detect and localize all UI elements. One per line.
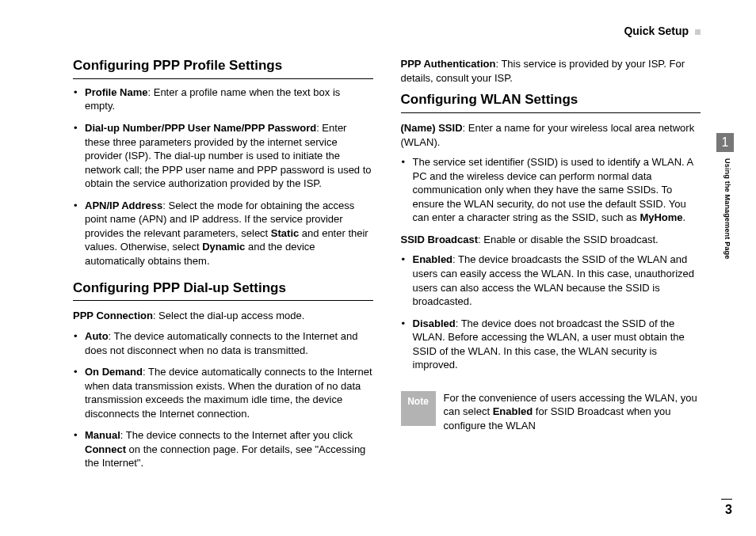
ppp-connection-lead: PPP Connection: Select the dial-up acces… xyxy=(73,309,373,323)
note-text: For the convenience of users accessing t… xyxy=(444,391,701,433)
list-item: The service set identifier (SSID) is use… xyxy=(401,155,701,225)
label-static: Static xyxy=(271,227,299,239)
text: : Enable or disable the SSID broadcast. xyxy=(478,234,659,245)
page: Quick Setup 1 Using the Management Page … xyxy=(0,0,756,536)
label-ssid: (Name) SSID xyxy=(401,122,463,134)
ssid-desc-list: The service set identifier (SSID) is use… xyxy=(401,155,701,225)
heading-ppp-dialup: Configuring PPP Dial-up Settings xyxy=(73,279,373,302)
list-item: Profile Name: Enter a profile name when … xyxy=(73,86,373,113)
label-enabled: Enabled xyxy=(413,253,453,265)
label-connect: Connect xyxy=(85,443,126,455)
content-columns: Configuring PPP Profile Settings Profile… xyxy=(73,57,701,488)
label-on-demand: On Demand xyxy=(85,366,143,378)
label-auto: Auto xyxy=(85,330,109,342)
text: on the connection page. For details, see… xyxy=(85,443,365,469)
page-number: 3 xyxy=(721,499,732,519)
label-apn-ip: APN/IP Address xyxy=(85,200,162,211)
text: : The device automatically connects to t… xyxy=(85,330,357,356)
label-dynamic: Dynamic xyxy=(202,241,245,253)
label-myhome: MyHome xyxy=(640,211,682,223)
note-box: Note For the convenience of users access… xyxy=(401,391,701,433)
list-item: APN/IP Address: Select the mode for obta… xyxy=(73,199,373,268)
header-bullet-icon xyxy=(695,29,701,35)
ssid-lead: (Name) SSID: Enter a name for your wirel… xyxy=(401,121,701,149)
left-column: Configuring PPP Profile Settings Profile… xyxy=(73,57,373,488)
header-title-text: Quick Setup xyxy=(624,25,689,37)
text: : The device connects to the Internet af… xyxy=(120,429,353,441)
right-column: PPP Authentication: This service is prov… xyxy=(401,57,701,488)
ppp-profile-list: Profile Name: Enter a profile name when … xyxy=(73,86,373,268)
header-title: Quick Setup xyxy=(624,24,701,39)
label-ssid-broadcast: SSID Broadcast xyxy=(401,234,479,245)
label-enabled-inline: Enabled xyxy=(493,405,533,417)
ppp-dialup-list: Auto: The device automatically connects … xyxy=(73,329,373,470)
label-profile-name: Profile Name xyxy=(85,86,147,98)
list-item: Enabled: The device broadcasts the SSID … xyxy=(401,253,701,308)
list-item: On Demand: The device automatically conn… xyxy=(73,365,373,420)
ppp-auth-para: PPP Authentication: This service is prov… xyxy=(401,57,701,85)
heading-wlan: Configuring WLAN Settings xyxy=(401,91,701,113)
label-manual: Manual xyxy=(85,429,120,441)
list-item: Dial-up Number/PPP User Name/PPP Passwor… xyxy=(73,121,373,191)
chapter-label: Using the Management Page xyxy=(718,158,732,260)
list-item: Auto: The device automatically connects … xyxy=(73,329,373,357)
text: : The device broadcasts the SSID of the … xyxy=(413,253,695,307)
label-dialup-params: Dial-up Number/PPP User Name/PPP Passwor… xyxy=(85,122,316,134)
label-ppp-connection: PPP Connection xyxy=(73,310,153,321)
list-item: Manual: The device connects to the Inter… xyxy=(73,428,373,470)
label-disabled: Disabled xyxy=(413,317,456,329)
heading-ppp-profile: Configuring PPP Profile Settings xyxy=(73,57,373,79)
label-ppp-auth: PPP Authentication xyxy=(401,58,496,70)
text: . xyxy=(683,211,686,223)
text: : Select the dial-up access mode. xyxy=(153,310,305,321)
ssid-broadcast-para: SSID Broadcast: Enable or disable the SS… xyxy=(401,233,701,247)
note-tag: Note xyxy=(401,391,436,426)
chapter-tab: 1 xyxy=(716,133,734,152)
ssid-broadcast-list: Enabled: The device broadcasts the SSID … xyxy=(401,253,701,371)
list-item: Disabled: The device does not broadcast … xyxy=(401,317,701,372)
